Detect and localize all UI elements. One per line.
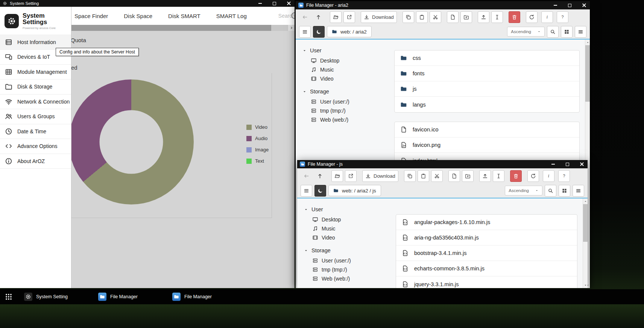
up-button[interactable] <box>314 170 326 182</box>
refresh-button[interactable] <box>527 170 539 182</box>
tree-section-storage[interactable]: Storage <box>297 245 392 256</box>
new-folder-button[interactable] <box>462 170 474 182</box>
tab-space-finder[interactable]: Space Finder <box>74 13 108 19</box>
maximize-button[interactable] <box>562 160 573 168</box>
breadcrumb[interactable]: web: / aria2 <box>327 26 372 37</box>
menu-button[interactable] <box>299 26 311 38</box>
tab-disk-smart[interactable]: Disk SMART <box>168 13 200 19</box>
tree-item-music[interactable]: Music <box>297 224 392 233</box>
tree-item-video[interactable]: Video <box>296 74 390 83</box>
sidebar-item-network-connection[interactable]: Network & Connection <box>0 95 71 110</box>
tree-item-web-drive[interactable]: Web (web:/) <box>297 274 392 283</box>
tree-item-tmp-drive[interactable]: tmp (tmp:/) <box>296 106 390 115</box>
download-button[interactable]: Download <box>362 170 398 182</box>
help-button[interactable] <box>557 11 568 23</box>
search-button[interactable] <box>547 26 559 38</box>
minimize-button[interactable] <box>550 1 561 9</box>
menu-button[interactable] <box>301 185 312 197</box>
up-button[interactable] <box>313 11 324 23</box>
maximize-button[interactable] <box>564 1 576 9</box>
paste-button[interactable] <box>416 11 428 23</box>
minimize-button[interactable] <box>547 160 559 168</box>
new-folder-button[interactable] <box>460 11 472 23</box>
delete-button[interactable] <box>510 170 522 182</box>
new-file-button[interactable] <box>448 170 460 182</box>
file-row[interactable]: langs <box>395 97 579 112</box>
grid-view-button[interactable] <box>559 185 570 197</box>
sidebar-item-advance-options[interactable]: Advance Options <box>0 139 71 154</box>
sort-order-select[interactable]: Ascending <box>507 27 545 37</box>
tree-item-desktop[interactable]: Desktop <box>297 215 392 224</box>
close-button[interactable] <box>576 160 588 168</box>
scroll-up-icon[interactable] <box>586 41 589 44</box>
file-row[interactable]: angular-packages-1.6.10.min.js <box>396 215 577 230</box>
info-button[interactable] <box>541 11 553 23</box>
sort-order-select[interactable]: Ascending <box>505 186 542 195</box>
back-button[interactable] <box>299 11 311 23</box>
titlebar[interactable]: File Manager - aria2 <box>296 1 590 9</box>
file-row[interactable]: css <box>395 50 579 66</box>
scroll-down-icon[interactable] <box>584 284 587 287</box>
info-button[interactable] <box>543 170 554 182</box>
sidebar-item-users-groups[interactable]: Users & Groups <box>0 109 71 124</box>
grid-view-button[interactable] <box>561 26 573 38</box>
app-launcher-button[interactable] <box>2 290 16 304</box>
horizontal-scrollbar[interactable] <box>71 25 295 31</box>
vertical-scrollbar[interactable] <box>583 198 588 288</box>
copy-button[interactable] <box>402 11 414 23</box>
cut-button[interactable] <box>431 170 443 182</box>
taskbar-item-system-setting[interactable]: System Setting <box>20 289 90 304</box>
open-external-button[interactable] <box>345 170 357 182</box>
file-row[interactable]: echarts-common-3.8.5.min.js <box>396 261 577 276</box>
tree-item-video[interactable]: Video <box>297 233 392 242</box>
tree-section-user[interactable]: User <box>297 204 392 215</box>
scrollbar-thumb[interactable] <box>71 25 271 31</box>
upload-button[interactable] <box>478 11 489 23</box>
sidebar-item-disk-storage[interactable]: Disk & Storage <box>0 79 71 95</box>
taskbar-item-file-manager-2[interactable]: File Manager <box>169 289 238 304</box>
open-button[interactable] <box>331 170 343 182</box>
tab-smart-log[interactable]: SMART Log <box>216 13 247 19</box>
close-button[interactable] <box>578 1 590 9</box>
search-button[interactable] <box>545 185 556 197</box>
tree-item-music[interactable]: Music <box>296 65 390 74</box>
titlebar[interactable]: System Setting <box>0 0 295 7</box>
file-row[interactable]: bootstrap-3.4.1.min.js <box>396 246 577 261</box>
breadcrumb[interactable]: web: / aria2 / js <box>328 185 381 196</box>
file-row[interactable]: favicon.png <box>395 137 579 153</box>
file-row[interactable]: js <box>395 81 579 97</box>
upload-button[interactable] <box>479 170 491 182</box>
tree-item-user-drive[interactable]: User (user:/) <box>297 256 392 265</box>
tree-section-user[interactable]: User <box>296 45 390 56</box>
tree-item-desktop[interactable]: Desktop <box>296 56 390 65</box>
refresh-button[interactable] <box>526 11 538 23</box>
help-button[interactable] <box>558 170 570 182</box>
rename-button[interactable] <box>491 11 503 23</box>
new-file-button[interactable] <box>447 11 459 23</box>
tree-section-storage[interactable]: Storage <box>296 86 390 97</box>
sidebar-item-about-aroz[interactable]: About ArOZ <box>0 154 71 169</box>
sidebar-item-module-management[interactable]: Module Management <box>0 65 71 80</box>
tree-item-tmp-drive[interactable]: tmp (tmp:/) <box>297 265 392 274</box>
scrollbar-thumb[interactable] <box>583 204 588 242</box>
delete-button[interactable] <box>509 11 520 23</box>
scrollbar-thumb[interactable] <box>585 45 590 102</box>
paste-button[interactable] <box>418 170 429 182</box>
cut-button[interactable] <box>430 11 441 23</box>
dark-mode-button[interactable] <box>314 185 326 197</box>
dark-mode-button[interactable] <box>313 26 325 38</box>
sidebar-item-date-time[interactable]: Date & Time <box>0 124 71 139</box>
taskbar-item-file-manager-1[interactable]: File Manager <box>94 289 164 304</box>
close-button[interactable] <box>283 0 295 7</box>
file-row[interactable]: aria-ng-da5356c403.min.js <box>396 230 577 246</box>
tree-item-user-drive[interactable]: User (user:/) <box>296 97 390 106</box>
open-button[interactable] <box>330 11 342 23</box>
tab-disk-space[interactable]: Disk Space <box>124 13 152 19</box>
rename-button[interactable] <box>493 170 504 182</box>
maximize-button[interactable] <box>269 0 280 7</box>
download-button[interactable]: Download <box>361 11 397 23</box>
tree-item-web-drive[interactable]: Web (web:/) <box>296 115 390 124</box>
file-row[interactable]: jquery-3.3.1.min.js <box>396 276 577 288</box>
titlebar[interactable]: File Manager - js <box>297 160 588 168</box>
file-row[interactable]: favicon.ico <box>395 122 579 137</box>
